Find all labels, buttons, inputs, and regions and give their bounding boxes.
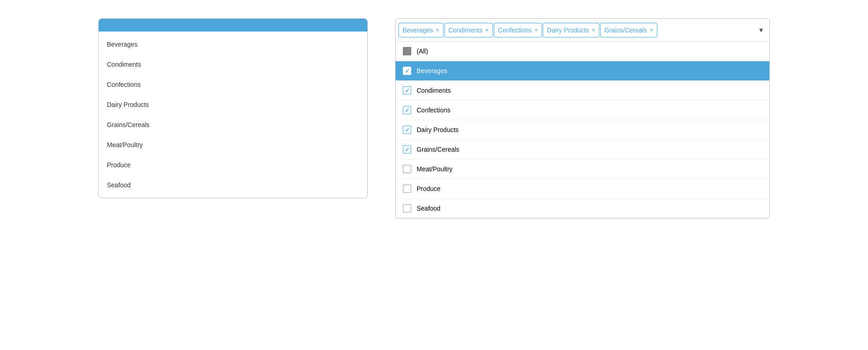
checkmark-icon: ✓ — [405, 107, 410, 113]
selected-tag: Grains/Cereals× — [600, 23, 657, 37]
checkmark-icon: ✓ — [405, 68, 410, 74]
tag-label: Confections — [498, 27, 532, 34]
selected-tag: Confections× — [494, 23, 542, 37]
dropdown-arrow[interactable]: ▾ — [756, 21, 767, 39]
tag-label: Grains/Cereals — [604, 27, 647, 34]
checkmark-icon: ✓ — [405, 147, 410, 153]
option-row[interactable]: ✓Grains/Cereals — [396, 140, 769, 159]
tag-label: Dairy Products — [547, 27, 589, 34]
option-row[interactable]: Meat/Poultry — [396, 159, 769, 179]
tag-close-icon[interactable]: × — [485, 27, 489, 33]
tag-close-icon[interactable]: × — [535, 27, 538, 33]
checkbox: ✓ — [403, 145, 411, 154]
option-label: (All) — [417, 48, 428, 55]
option-label: Confections — [417, 106, 450, 114]
option-label: Meat/Poultry — [417, 165, 453, 173]
option-row[interactable]: (All) — [396, 42, 769, 61]
checkmark-icon: ✓ — [405, 88, 410, 94]
checkmark-icon: ✓ — [405, 127, 410, 133]
option-label: Beverages — [417, 67, 447, 74]
list-box-header — [99, 19, 367, 32]
list-box: BeveragesCondimentsConfectionsDairy Prod… — [98, 18, 368, 198]
checkbox: ✓ — [403, 67, 411, 75]
checkbox: ✓ — [403, 86, 411, 95]
list-box-item[interactable]: Seafood — [99, 175, 367, 195]
list-box-item[interactable]: Condiments — [99, 54, 367, 74]
list-box-item[interactable]: Beverages — [99, 34, 367, 54]
list-box-item[interactable]: Dairy Products — [99, 95, 367, 115]
multiselect-options: (All)✓Beverages✓Condiments✓Confections✓D… — [396, 42, 769, 218]
option-row[interactable]: ✓Dairy Products — [396, 120, 769, 140]
list-box-items: BeveragesCondimentsConfectionsDairy Prod… — [99, 32, 367, 198]
list-box-item[interactable]: Produce — [99, 155, 367, 175]
tag-label: Beverages — [402, 27, 433, 34]
multiselect-box: Beverages×Condiments×Confections×Dairy P… — [395, 18, 770, 218]
option-label: Produce — [417, 185, 440, 192]
option-label: Dairy Products — [417, 126, 459, 133]
option-row[interactable]: Produce — [396, 179, 769, 199]
option-row[interactable]: ✓Confections — [396, 101, 769, 120]
option-row[interactable]: ✓Condiments — [396, 81, 769, 101]
option-row[interactable]: Seafood — [396, 199, 769, 218]
tag-close-icon[interactable]: × — [592, 27, 595, 33]
checkbox — [403, 185, 411, 193]
list-box-item[interactable]: Meat/Poultry — [99, 135, 367, 155]
option-label: Grains/Cereals — [417, 146, 459, 153]
checkbox: ✓ — [403, 106, 411, 114]
selected-tag: Beverages× — [398, 23, 444, 37]
selected-tag: Condiments× — [445, 23, 493, 37]
option-label: Seafood — [417, 205, 440, 212]
checkbox: ✓ — [403, 126, 411, 134]
checkbox — [403, 165, 411, 173]
tag-close-icon[interactable]: × — [436, 27, 439, 33]
list-box-item[interactable]: Grains/Cereals — [99, 115, 367, 135]
tag-label: Condiments — [449, 27, 483, 34]
tag-close-icon[interactable]: × — [650, 27, 653, 33]
option-row[interactable]: ✓Beverages — [396, 61, 769, 81]
checkbox-all — [403, 47, 411, 55]
list-box-item[interactable]: Confections — [99, 74, 367, 95]
selected-tag: Dairy Products× — [543, 23, 599, 37]
checkbox — [403, 204, 411, 212]
multiselect-tags-bar: Beverages×Condiments×Confections×Dairy P… — [396, 19, 769, 42]
option-label: Condiments — [417, 87, 451, 94]
